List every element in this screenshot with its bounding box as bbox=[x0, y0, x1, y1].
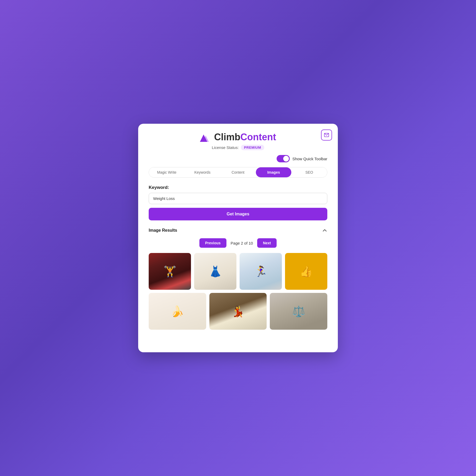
logo-row: ClimbContent bbox=[149, 132, 327, 143]
premium-badge: PREMIUM bbox=[241, 145, 264, 150]
keyword-label: Keyword: bbox=[149, 185, 327, 190]
get-images-button[interactable]: Get Images bbox=[149, 208, 327, 220]
image-item-5[interactable] bbox=[149, 293, 206, 330]
quick-toolbar-toggle[interactable] bbox=[277, 155, 290, 162]
images-row-1 bbox=[149, 253, 327, 290]
license-row: License Status: PREMIUM bbox=[149, 145, 327, 150]
license-label: License Status: bbox=[212, 145, 239, 150]
chevron-up-icon bbox=[322, 228, 327, 233]
header: ClimbContent License Status: PREMIUM bbox=[149, 132, 327, 150]
main-card: ClimbContent License Status: PREMIUM Sho… bbox=[138, 124, 338, 352]
tabs-bar: Magic Write Keywords Content Images SEO bbox=[149, 167, 327, 178]
toolbar-label: Show Quick Toolbar bbox=[292, 157, 327, 161]
image-results-header: Image Results bbox=[149, 228, 327, 233]
image-item-1[interactable] bbox=[149, 253, 191, 290]
next-button[interactable]: Next bbox=[257, 238, 277, 248]
email-button[interactable] bbox=[321, 130, 332, 141]
keyword-section: Keyword: Get Images bbox=[149, 185, 327, 228]
tab-images[interactable]: Images bbox=[256, 167, 292, 177]
image-item-4[interactable] bbox=[285, 253, 327, 290]
toggle-knob bbox=[283, 156, 289, 162]
image-item-2[interactable] bbox=[194, 253, 236, 290]
image-item-3[interactable] bbox=[240, 253, 282, 290]
images-row-2 bbox=[149, 293, 327, 330]
previous-button[interactable]: Previous bbox=[199, 238, 226, 248]
logo-climb: Climb bbox=[214, 132, 240, 142]
image-results-title: Image Results bbox=[149, 228, 177, 233]
tab-magic-write[interactable]: Magic Write bbox=[149, 167, 185, 177]
pagination-row: Previous Page 2 of 10 Next bbox=[149, 238, 327, 248]
logo-content: Content bbox=[240, 132, 276, 142]
tab-keywords[interactable]: Keywords bbox=[185, 167, 220, 177]
page-info: Page 2 of 10 bbox=[231, 241, 253, 245]
tab-seo[interactable]: SEO bbox=[291, 167, 327, 177]
image-results-section: Image Results Previous Page 2 of 10 Next bbox=[149, 228, 327, 330]
logo-icon bbox=[200, 132, 211, 142]
toolbar-row: Show Quick Toolbar bbox=[149, 155, 327, 162]
collapse-results-button[interactable] bbox=[322, 228, 327, 233]
keyword-input[interactable] bbox=[149, 193, 327, 204]
email-icon bbox=[324, 132, 329, 138]
logo-text: ClimbContent bbox=[214, 132, 276, 143]
image-item-6[interactable] bbox=[209, 293, 267, 330]
tab-content[interactable]: Content bbox=[220, 167, 256, 177]
image-item-7[interactable] bbox=[270, 293, 327, 330]
